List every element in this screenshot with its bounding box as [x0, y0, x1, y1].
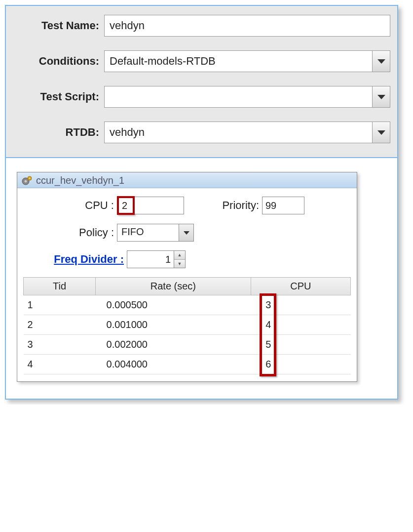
- policy-value: FIFO: [117, 224, 179, 241]
- table-row[interactable]: 20.0010004: [24, 315, 351, 335]
- cell-cpu: 3: [251, 295, 350, 315]
- cell-rate: 0.000500: [96, 295, 251, 315]
- chevron-down-icon: [377, 130, 385, 135]
- cpu-label: CPU :: [76, 199, 117, 212]
- conditions-dropdown-button[interactable]: [372, 51, 390, 72]
- panel-title: ccur_hev_vehdyn_1: [36, 175, 124, 186]
- rtdb-label: RTDB:: [13, 126, 104, 139]
- col-tid[interactable]: Tid: [24, 278, 96, 295]
- model-panel: ccur_hev_vehdyn_1 CPU : Priority: Policy…: [17, 172, 357, 382]
- cell-tid: 2: [24, 315, 96, 335]
- test-script-dropdown-button[interactable]: [372, 86, 390, 107]
- cell-tid: 1: [24, 295, 96, 315]
- rate-table-wrap: Tid Rate (sec) CPU 10.000500320.00100043…: [23, 277, 351, 374]
- test-form: Test Name: Conditions: Test Script: RTDB…: [6, 6, 397, 158]
- rtdb-combo[interactable]: [104, 122, 390, 143]
- test-script-label: Test Script:: [13, 90, 104, 103]
- lower-area: ccur_hev_vehdyn_1 CPU : Priority: Policy…: [6, 158, 397, 399]
- freq-divider-link[interactable]: Freq Divider :: [47, 253, 127, 266]
- table-row[interactable]: 40.0040006: [24, 355, 351, 374]
- test-script-combo[interactable]: [104, 86, 390, 108]
- freq-down-button[interactable]: ▼: [174, 260, 185, 268]
- col-rate[interactable]: Rate (sec): [96, 278, 251, 295]
- priority-label: Priority:: [199, 199, 262, 212]
- chevron-down-icon: [377, 95, 385, 99]
- cell-cpu: 5: [251, 335, 350, 355]
- cpu-input[interactable]: [119, 198, 133, 213]
- gear-icon: [21, 175, 33, 187]
- test-name-label: Test Name:: [13, 19, 104, 32]
- chevron-down-icon: [184, 231, 189, 235]
- cell-tid: 4: [24, 355, 96, 374]
- panel-body: CPU : Priority: Policy : FIFO: [17, 188, 357, 381]
- svg-point-1: [25, 180, 27, 182]
- table-row[interactable]: 30.0020005: [24, 335, 351, 355]
- chevron-down-icon: [377, 59, 385, 64]
- rtdb-input[interactable]: [105, 122, 372, 143]
- conditions-combo[interactable]: [104, 50, 390, 72]
- cell-cpu: 4: [251, 315, 350, 335]
- policy-label: Policy :: [68, 226, 117, 239]
- cell-rate: 0.001000: [96, 315, 251, 335]
- panel-titlebar: ccur_hev_vehdyn_1: [17, 172, 357, 188]
- priority-input[interactable]: [262, 197, 304, 214]
- policy-dropdown-button[interactable]: [179, 224, 193, 241]
- freq-up-button[interactable]: ▲: [174, 251, 185, 260]
- freq-divider-input[interactable]: [127, 250, 174, 268]
- test-script-input[interactable]: [105, 86, 372, 107]
- policy-select[interactable]: FIFO: [117, 224, 194, 242]
- rate-table: Tid Rate (sec) CPU 10.000500320.00100043…: [23, 277, 351, 374]
- freq-divider-spinner[interactable]: ▲ ▼: [174, 250, 186, 268]
- test-name-input[interactable]: [104, 15, 390, 37]
- cell-tid: 3: [24, 335, 96, 355]
- cell-rate: 0.002000: [96, 335, 251, 355]
- config-frame: Test Name: Conditions: Test Script: RTDB…: [5, 5, 398, 400]
- cell-rate: 0.004000: [96, 355, 251, 374]
- cell-cpu: 6: [251, 355, 350, 374]
- svg-point-3: [29, 177, 31, 179]
- rtdb-dropdown-button[interactable]: [372, 122, 390, 143]
- cpu-input-ext[interactable]: [135, 197, 184, 214]
- conditions-input[interactable]: [105, 51, 372, 72]
- cpu-highlight: [117, 196, 135, 215]
- conditions-label: Conditions:: [13, 55, 104, 68]
- col-cpu[interactable]: CPU: [251, 278, 350, 295]
- table-row[interactable]: 10.0005003: [24, 295, 351, 315]
